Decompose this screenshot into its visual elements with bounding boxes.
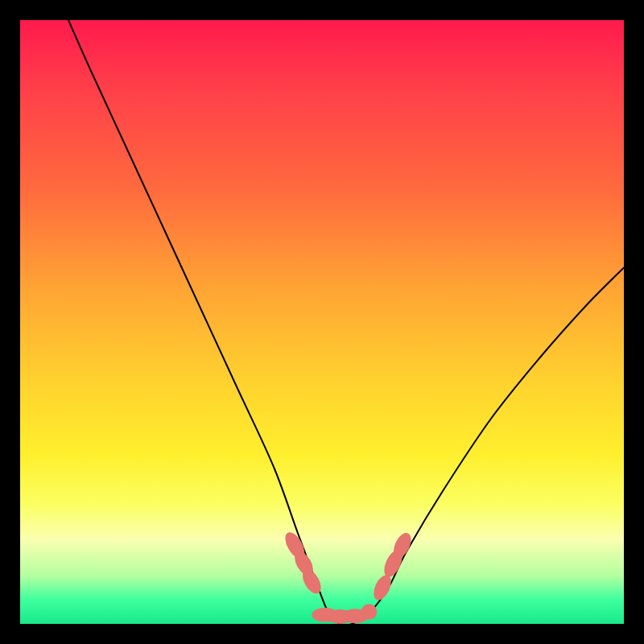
chart-frame xyxy=(0,0,644,644)
